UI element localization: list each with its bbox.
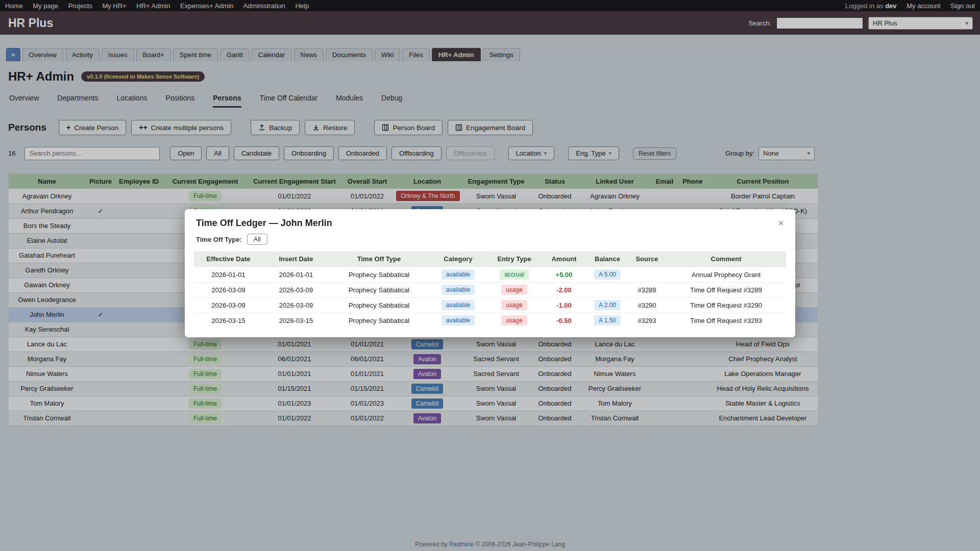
insert-date: 2026-03-09 (263, 297, 329, 313)
effective-date: 2026-03-09 (194, 297, 263, 313)
ledger-column-comment: Comment (666, 252, 786, 267)
ledger-row: 2026-03-152026-03-15Prophecy Sabbaticala… (194, 313, 786, 328)
source: #3293 (628, 313, 666, 328)
balance-badge: A 1.50 (587, 313, 628, 328)
modal-header: Time Off Ledger — John Merlin × (185, 209, 795, 233)
amount: -0.50 (541, 313, 587, 328)
time-off-ledger-modal: Time Off Ledger — John Merlin × Time Off… (185, 209, 795, 337)
comment: Time Off Request #3293 (666, 313, 786, 328)
ledger-column-time-off-type: Time Off Type (329, 252, 429, 267)
ledger-column-insert-date: Insert Date (263, 252, 329, 267)
time-off-type: Prophecy Sabbatical (329, 267, 429, 282)
modal-title: Time Off Ledger — John Merlin (196, 218, 332, 229)
ledger-column-effective-date: Effective Date (194, 252, 263, 267)
source: #3290 (628, 297, 666, 313)
ledger-table: Effective Date Insert Date Time Off Type… (194, 252, 786, 328)
entry-type-badge: usage (487, 297, 541, 313)
balance-badge: A 2.00 (594, 300, 621, 310)
ledger-header-row: Effective Date Insert Date Time Off Type… (194, 252, 786, 267)
source: #3289 (628, 282, 666, 297)
amount: -2.00 (541, 282, 587, 297)
category-badge: available (442, 315, 475, 325)
balance-badge: A 5.00 (594, 269, 621, 280)
time-off-type-all-button[interactable]: All (247, 234, 267, 245)
entry-type-badge: usage (487, 282, 541, 297)
amount: +5.00 (541, 267, 587, 282)
ledger-column-amount: Amount (541, 252, 587, 267)
source (628, 267, 666, 282)
ledger-column-category: Category (429, 252, 487, 267)
balance-badge: A 2.00 (587, 297, 628, 313)
entry-type-badge: usage (501, 315, 527, 325)
comment: Time Off Request #3289 (666, 282, 786, 297)
comment: Annual Prophecy Grant (666, 267, 786, 282)
close-icon[interactable]: × (778, 218, 784, 228)
balance-badge (587, 282, 628, 297)
ledger-table-body: 2026-01-012026-01-01Prophecy Sabbaticala… (194, 267, 786, 328)
effective-date: 2026-03-15 (194, 313, 263, 328)
category-badge: available (429, 267, 487, 282)
category-badge: available (442, 269, 475, 280)
amount: -1.00 (556, 302, 572, 309)
effective-date: 2026-03-09 (194, 282, 263, 297)
ledger-row: 2026-01-012026-01-01Prophecy Sabbaticala… (194, 267, 786, 282)
ledger-column-balance: Balance (587, 252, 628, 267)
amount: -1.00 (541, 297, 587, 313)
category-badge: available (429, 297, 487, 313)
entry-type-badge: usage (501, 285, 527, 295)
balance-badge: A 5.00 (587, 267, 628, 282)
entry-type-badge: accrual (500, 269, 529, 280)
time-off-type-label: Time Off Type: (196, 236, 242, 243)
time-off-type: Prophecy Sabbatical (329, 282, 429, 297)
category-badge: available (429, 282, 487, 297)
amount: +5.00 (556, 271, 573, 279)
amount: -0.50 (556, 317, 572, 324)
time-off-type: Prophecy Sabbatical (329, 297, 429, 313)
entry-type-badge: usage (501, 300, 527, 310)
ledger-row: 2026-03-092026-03-09Prophecy Sabbaticala… (194, 297, 786, 313)
entry-type-badge: usage (487, 313, 541, 328)
category-badge: available (442, 300, 475, 310)
balance-badge: A 1.50 (594, 315, 621, 325)
insert-date: 2026-01-01 (263, 267, 329, 282)
category-badge: available (429, 313, 487, 328)
entry-type-badge: accrual (487, 267, 541, 282)
time-off-type-filter-row: Time Off Type: All (185, 233, 795, 252)
amount: -2.00 (556, 286, 572, 294)
ledger-column-entry-type: Entry Type (487, 252, 541, 267)
effective-date: 2026-01-01 (194, 267, 263, 282)
ledger-column-source: Source (628, 252, 666, 267)
time-off-type: Prophecy Sabbatical (329, 313, 429, 328)
insert-date: 2026-03-09 (263, 282, 329, 297)
insert-date: 2026-03-15 (263, 313, 329, 328)
category-badge: available (442, 285, 475, 295)
ledger-row: 2026-03-092026-03-09Prophecy Sabbaticala… (194, 282, 786, 297)
comment: Time Off Request #3290 (666, 297, 786, 313)
